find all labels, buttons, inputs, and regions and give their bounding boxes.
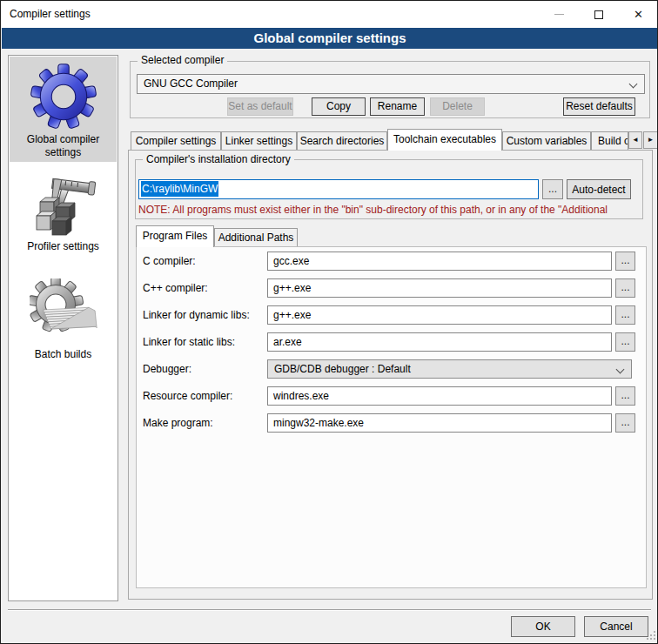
auto-detect-button[interactable]: Auto-detect bbox=[567, 179, 631, 199]
linker-static-input[interactable] bbox=[267, 332, 612, 352]
field-label-linker-static: Linker for static libs: bbox=[143, 332, 235, 352]
maximize-button[interactable] bbox=[579, 1, 619, 28]
field-label-debugger: Debugger: bbox=[143, 359, 191, 379]
field-label-c-compiler: C compiler: bbox=[143, 252, 196, 271]
tab-scroll-left-icon[interactable]: ◄ bbox=[628, 131, 642, 149]
ok-button[interactable]: OK bbox=[511, 616, 575, 637]
minimize-icon bbox=[554, 14, 564, 15]
dialog-banner-title: Global compiler settings bbox=[2, 28, 658, 49]
subtab-additional-paths[interactable]: Additional Paths bbox=[214, 228, 298, 246]
cpp-compiler-browse-button[interactable]: ... bbox=[615, 278, 635, 298]
debugger-value: GDB/CDB debugger : Default bbox=[274, 363, 411, 375]
sidebar-item-label: Batch builds bbox=[10, 346, 117, 366]
compiler-settings-window: Compiler settings ✕ Global compiler sett… bbox=[0, 0, 658, 644]
window-title: Compiler settings bbox=[10, 8, 91, 20]
linker-static-browse-button[interactable]: ... bbox=[615, 332, 635, 352]
debugger-combobox[interactable]: GDB/CDB debugger : Default bbox=[267, 359, 632, 379]
copy-button[interactable]: Copy bbox=[312, 97, 366, 116]
linker-dynamic-input[interactable] bbox=[267, 305, 612, 325]
close-icon: ✕ bbox=[634, 9, 643, 20]
rename-button[interactable]: Rename bbox=[370, 97, 425, 116]
chevron-down-icon bbox=[616, 366, 625, 374]
linker-dynamic-browse-button[interactable]: ... bbox=[615, 305, 635, 325]
maximize-icon bbox=[594, 10, 603, 19]
cancel-button[interactable]: Cancel bbox=[584, 616, 648, 637]
make-program-input[interactable] bbox=[267, 413, 612, 433]
cpp-compiler-input[interactable] bbox=[267, 278, 612, 298]
tab-build-options[interactable]: Build options bbox=[591, 131, 628, 150]
reset-defaults-button[interactable]: Reset defaults bbox=[563, 97, 635, 116]
program-files-tabbar: Program Files Additional Paths bbox=[1, 225, 658, 247]
installation-directory-value: C:\raylib\MinGW bbox=[141, 181, 218, 197]
installation-note: NOTE: All programs must exist either in … bbox=[138, 204, 641, 217]
delete-button: Delete bbox=[430, 97, 485, 116]
footer-divider bbox=[8, 609, 651, 611]
make-program-browse-button[interactable]: ... bbox=[615, 413, 635, 433]
batch-gear-icon bbox=[30, 278, 97, 346]
resource-compiler-input[interactable] bbox=[267, 386, 612, 406]
tab-compiler-settings[interactable]: Compiler settings bbox=[131, 131, 221, 150]
field-label-make-program: Make program: bbox=[143, 413, 213, 433]
c-compiler-browse-button[interactable]: ... bbox=[615, 252, 635, 271]
resize-grip[interactable] bbox=[647, 631, 657, 641]
c-compiler-input[interactable] bbox=[267, 252, 612, 271]
blue-gear-icon bbox=[29, 62, 98, 131]
titlebar: Compiler settings ✕ bbox=[2, 1, 658, 28]
subtab-program-files[interactable]: Program Files bbox=[136, 225, 214, 247]
selected-compiler-group-label: Selected compiler bbox=[138, 55, 227, 66]
tab-toolchain-executables[interactable]: Toolchain executables bbox=[387, 129, 502, 151]
installation-directory-group-label: Compiler's installation directory bbox=[143, 154, 294, 165]
resource-compiler-browse-button[interactable]: ... bbox=[615, 386, 635, 406]
selected-compiler-value: GNU GCC Compiler bbox=[144, 77, 238, 90]
compiler-tabbar: Compiler settings Linker settings Search… bbox=[1, 129, 658, 151]
tab-custom-variables[interactable]: Custom variables bbox=[502, 131, 591, 150]
minimize-button[interactable] bbox=[539, 1, 579, 28]
field-label-linker-dynamic: Linker for dynamic libs: bbox=[143, 305, 250, 325]
selected-compiler-combobox[interactable]: GNU GCC Compiler bbox=[137, 74, 645, 94]
tab-scroll-right-icon[interactable]: ► bbox=[643, 131, 658, 149]
installation-directory-input[interactable]: C:\raylib\MinGW bbox=[138, 179, 539, 199]
field-label-cpp-compiler: C++ compiler: bbox=[143, 278, 208, 298]
tab-search-directories[interactable]: Search directories bbox=[297, 131, 387, 150]
set-as-default-button: Set as default bbox=[227, 97, 293, 116]
field-label-resource-compiler: Resource compiler: bbox=[143, 386, 232, 406]
installation-directory-browse-button[interactable]: ... bbox=[542, 179, 563, 199]
chevron-down-icon bbox=[629, 80, 638, 89]
tab-linker-settings[interactable]: Linker settings bbox=[221, 131, 297, 150]
close-button[interactable]: ✕ bbox=[619, 1, 658, 28]
sidebar-item-batch-builds[interactable]: Batch builds bbox=[10, 273, 117, 421]
